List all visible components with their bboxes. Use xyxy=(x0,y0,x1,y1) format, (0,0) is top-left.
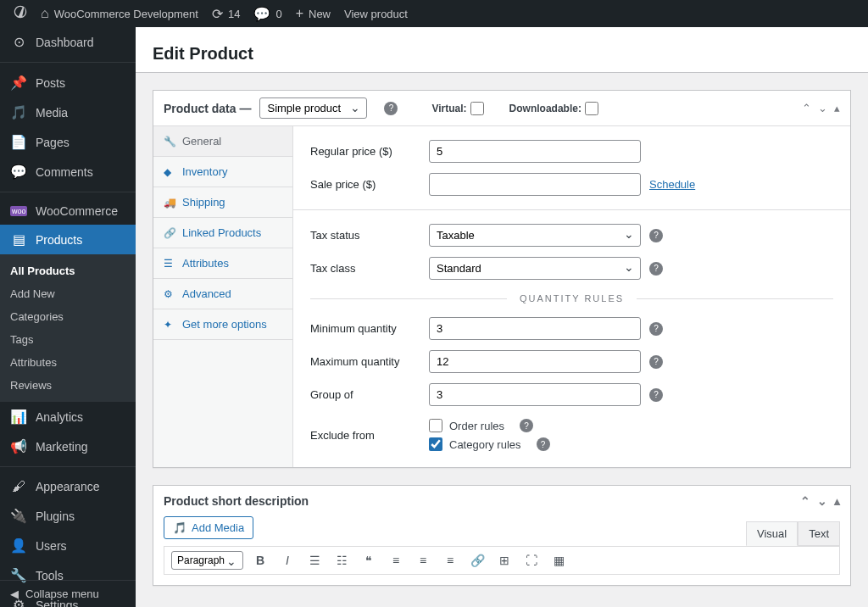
products-submenu: All Products Add New Categories Tags Att… xyxy=(0,254,136,402)
sidebar-pages[interactable]: 📄Pages xyxy=(0,127,136,157)
sidebar-dashboard[interactable]: ⊙Dashboard xyxy=(0,27,136,57)
sidebar-products[interactable]: ▤Products xyxy=(0,225,136,254)
sidebar-posts[interactable]: 📌Posts xyxy=(0,68,136,97)
sidebar-label: Appearance xyxy=(36,480,100,493)
sidebar-appearance[interactable]: 🖌Appearance xyxy=(0,472,136,501)
help-icon[interactable]: ? xyxy=(649,355,663,369)
min-qty-input[interactable] xyxy=(429,317,641,340)
schedule-link[interactable]: Schedule xyxy=(649,178,695,191)
tab-more-options[interactable]: ✦Get more options xyxy=(153,309,292,340)
site-name-label: WooCommerce Development xyxy=(54,8,198,20)
toolbar-toggle-button[interactable]: ▦ xyxy=(548,550,569,571)
appearance-icon: 🖌 xyxy=(10,479,27,494)
collapse-icon: ◀ xyxy=(10,588,19,600)
sidebar-label: Posts xyxy=(36,76,65,90)
submenu-tags[interactable]: Tags xyxy=(0,328,136,351)
tab-shipping[interactable]: 🚚Shipping xyxy=(153,187,292,218)
link-button[interactable]: 🔗 xyxy=(467,550,487,571)
move-down-icon[interactable]: ⌄ xyxy=(817,494,827,508)
submenu-attributes[interactable]: Attributes xyxy=(0,351,136,374)
order-rules-label: Order rules xyxy=(449,420,504,432)
sidebar-label: Analytics xyxy=(36,410,83,424)
main-content: Edit Product Product data — Simple produ… xyxy=(136,27,868,607)
inventory-icon: ◆ xyxy=(164,166,175,178)
category-rules-checkbox[interactable] xyxy=(429,437,442,451)
tab-linked[interactable]: 🔗Linked Products xyxy=(153,218,292,248)
help-icon[interactable]: ? xyxy=(649,229,663,242)
visual-tab[interactable]: Visual xyxy=(746,521,798,546)
short-description-box: Product short description ⌃ ⌄ ▴ 🎵Add Med… xyxy=(153,485,851,586)
sidebar-users[interactable]: 👤Users xyxy=(0,531,136,560)
submenu-all-products[interactable]: All Products xyxy=(0,259,136,282)
collapse-menu[interactable]: ◀Collapse menu xyxy=(0,580,136,607)
tab-advanced[interactable]: ⚙Advanced xyxy=(153,279,292,309)
view-product-label: View product xyxy=(344,8,408,20)
sidebar-media[interactable]: 🎵Media xyxy=(0,97,136,127)
move-up-icon[interactable]: ⌃ xyxy=(800,494,810,508)
product-data-header: Product data — Simple product ? Virtual:… xyxy=(153,91,850,126)
virtual-label: Virtual: xyxy=(431,103,466,114)
more-button[interactable]: ⊞ xyxy=(494,550,515,571)
submenu-reviews[interactable]: Reviews xyxy=(0,374,136,397)
sidebar-analytics[interactable]: 📊Analytics xyxy=(0,402,136,432)
submenu-categories[interactable]: Categories xyxy=(0,305,136,328)
bullet-list-button[interactable]: ☰ xyxy=(304,550,325,571)
truck-icon: 🚚 xyxy=(164,197,175,209)
numbered-list-button[interactable]: ☷ xyxy=(331,550,352,571)
wp-logo[interactable] xyxy=(7,0,34,27)
tab-label: Shipping xyxy=(182,196,225,209)
downloadable-label: Downloadable: xyxy=(509,103,581,114)
sidebar-marketing[interactable]: 📢Marketing xyxy=(0,432,136,461)
italic-button[interactable]: I xyxy=(277,550,298,571)
move-up-icon[interactable]: ⌃ xyxy=(802,102,811,114)
align-right-button[interactable]: ≡ xyxy=(440,550,460,571)
wrench-icon: 🔧 xyxy=(164,136,175,148)
group-of-input[interactable] xyxy=(429,383,641,406)
help-icon[interactable]: ? xyxy=(384,102,398,115)
sidebar-woocommerce[interactable]: wooWooCommerce xyxy=(0,198,136,225)
tab-attributes[interactable]: ☰Attributes xyxy=(153,248,292,279)
new-content[interactable]: +New xyxy=(289,0,337,27)
tax-class-select[interactable]: Standard xyxy=(429,257,641,280)
sidebar-comments[interactable]: 💬Comments xyxy=(0,157,136,187)
order-rules-checkbox[interactable] xyxy=(429,419,442,432)
help-icon[interactable]: ? xyxy=(537,437,550,451)
updates[interactable]: ⟳14 xyxy=(205,0,247,27)
move-down-icon[interactable]: ⌄ xyxy=(818,102,827,114)
product-data-tabs: 🔧General ◆Inventory 🚚Shipping 🔗Linked Pr… xyxy=(153,126,293,467)
sidebar-label: WooCommerce xyxy=(36,204,118,218)
toggle-panel-icon[interactable]: ▴ xyxy=(834,102,840,114)
add-media-button[interactable]: 🎵Add Media xyxy=(164,516,253,539)
help-icon[interactable]: ? xyxy=(649,322,663,336)
help-icon[interactable]: ? xyxy=(520,419,533,432)
help-icon[interactable]: ? xyxy=(649,262,663,276)
sidebar-plugins[interactable]: 🔌Plugins xyxy=(0,501,136,531)
submenu-add-new[interactable]: Add New xyxy=(0,282,136,305)
virtual-checkbox[interactable] xyxy=(470,102,484,115)
site-name[interactable]: ⌂WooCommerce Development xyxy=(34,0,205,27)
toggle-panel-icon[interactable]: ▴ xyxy=(834,494,840,508)
sidebar-label: Users xyxy=(36,539,67,553)
regular-price-input[interactable] xyxy=(429,140,641,163)
downloadable-check[interactable]: Downloadable: xyxy=(509,102,598,115)
align-left-button[interactable]: ≡ xyxy=(386,550,406,571)
quote-button[interactable]: ❝ xyxy=(359,550,379,571)
comments-link[interactable]: 💬0 xyxy=(247,0,288,27)
help-icon[interactable]: ? xyxy=(649,388,663,402)
format-select[interactable]: Paragraph xyxy=(171,551,243,570)
page-title: Edit Product xyxy=(136,27,868,73)
tab-inventory[interactable]: ◆Inventory xyxy=(153,157,292,187)
fullscreen-button[interactable]: ⛶ xyxy=(521,550,542,571)
sale-price-input[interactable] xyxy=(429,173,641,196)
tax-status-select[interactable]: Taxable xyxy=(429,224,641,247)
bold-button[interactable]: B xyxy=(250,550,270,571)
downloadable-checkbox[interactable] xyxy=(585,102,598,115)
virtual-check[interactable]: Virtual: xyxy=(431,102,483,115)
view-product[interactable]: View product xyxy=(337,0,415,27)
max-qty-input[interactable] xyxy=(429,350,641,373)
product-type-select[interactable]: Simple product xyxy=(259,97,367,119)
text-tab[interactable]: Text xyxy=(798,521,840,546)
marketing-icon: 📢 xyxy=(10,438,27,454)
align-center-button[interactable]: ≡ xyxy=(413,550,433,571)
tab-general[interactable]: 🔧General xyxy=(153,126,292,157)
